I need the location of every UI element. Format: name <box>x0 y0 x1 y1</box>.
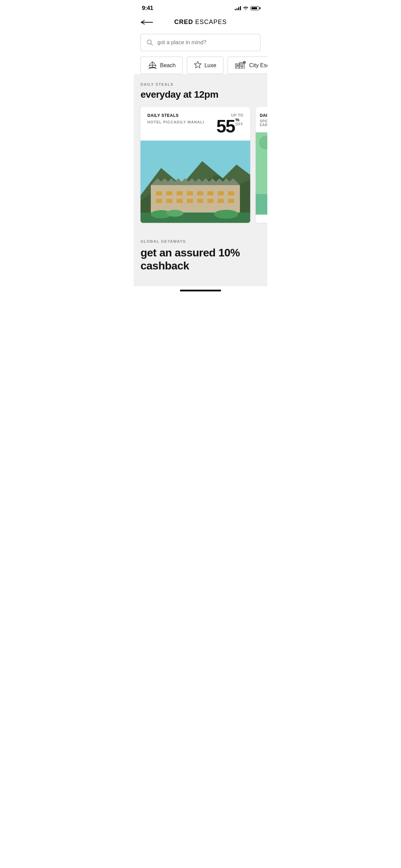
status-bar: 9:41 <box>134 0 267 14</box>
svg-rect-14 <box>241 67 243 69</box>
status-icons <box>235 6 259 10</box>
svg-rect-45 <box>197 199 203 203</box>
city-escapes-icon: 1 <box>235 61 246 70</box>
deal-card-1[interactable]: DAILY STEALS HOTEL PICCADILY MANALI UP T… <box>141 107 250 223</box>
header-title: CRED ESCAPES <box>174 19 227 26</box>
svg-rect-11 <box>242 63 243 64</box>
categories-row: Beach Luxe 1 Cit <box>134 57 267 74</box>
card-1-image <box>141 141 250 223</box>
svg-rect-39 <box>218 191 224 195</box>
card-1-info: DAILY STEALS HOTEL PICCADILY MANALI UP T… <box>141 107 250 141</box>
svg-rect-41 <box>156 199 162 203</box>
svg-rect-36 <box>187 191 193 195</box>
svg-line-2 <box>151 44 153 46</box>
search-box[interactable] <box>141 34 260 51</box>
svg-rect-40 <box>228 191 234 195</box>
global-getaways-section: GLOBAL GETAWAYS get an assured 10% cashb… <box>134 231 267 286</box>
home-indicator <box>180 290 221 291</box>
svg-rect-13 <box>242 65 243 67</box>
svg-marker-4 <box>194 61 201 68</box>
card-1-discount: UP TO 55 % OFF <box>216 113 243 135</box>
search-input[interactable] <box>157 39 255 46</box>
svg-rect-44 <box>187 199 193 203</box>
svg-rect-10 <box>241 63 242 64</box>
svg-rect-38 <box>207 191 214 195</box>
card-1-tag: DAILY STEALS <box>147 113 204 118</box>
svg-rect-37 <box>197 191 203 195</box>
card-1-text: DAILY STEALS HOTEL PICCADILY MANALI <box>147 113 204 124</box>
discount-symbol-group: % OFF <box>235 117 243 126</box>
svg-rect-56 <box>256 194 267 215</box>
search-icon <box>146 39 153 46</box>
category-luxe[interactable]: Luxe <box>187 57 223 74</box>
svg-text:1: 1 <box>244 61 245 63</box>
discount-number: 55 <box>216 117 235 135</box>
deals-cards-scroll[interactable]: DAILY STEALS HOTEL PICCADILY MANALI UP T… <box>134 107 267 231</box>
svg-rect-47 <box>218 199 224 203</box>
svg-rect-7 <box>238 65 239 66</box>
daily-steals-section: DAILY STEALS everyday at 12pm DAILY STEA… <box>134 74 267 231</box>
discount-off: OFF <box>235 122 243 126</box>
global-getaways-label: GLOBAL GETAWAYS <box>141 239 260 243</box>
status-time: 9:41 <box>142 5 153 12</box>
svg-rect-5 <box>235 64 240 69</box>
signal-icon <box>235 6 241 10</box>
bottom-bar <box>134 286 267 298</box>
card-1-hotel: HOTEL PICCADILY MANALI <box>147 120 204 124</box>
svg-rect-12 <box>241 65 242 67</box>
discount-percent: % <box>235 117 243 122</box>
beach-icon <box>148 61 157 70</box>
global-getaways-title: get an assured 10% cashback <box>141 246 260 273</box>
card-2-tag: DAILY <box>260 113 267 118</box>
svg-rect-35 <box>177 191 183 195</box>
svg-rect-43 <box>177 199 183 203</box>
svg-rect-6 <box>236 65 238 66</box>
daily-steals-label: DAILY STEALS <box>141 82 260 86</box>
wifi-icon <box>243 6 248 10</box>
deal-card-2[interactable]: DAILY SPICE EARTH <box>256 107 267 223</box>
svg-point-51 <box>166 210 183 217</box>
category-city-escapes[interactable]: 1 City Escapes <box>228 57 267 74</box>
svg-point-1 <box>147 40 151 44</box>
city-escapes-label: City Escapes <box>249 62 267 69</box>
battery-icon <box>251 6 259 10</box>
svg-rect-48 <box>228 199 234 203</box>
svg-rect-34 <box>166 191 172 195</box>
card-2-info: DAILY SPICE EARTH <box>256 107 267 132</box>
daily-steals-title: everyday at 12pm <box>141 89 260 100</box>
card-2-image <box>256 132 267 215</box>
svg-rect-46 <box>207 199 214 203</box>
search-container <box>134 31 267 57</box>
svg-rect-8 <box>236 67 239 69</box>
card-2-hotel: SPICE EARTH <box>260 119 267 127</box>
back-button[interactable] <box>141 20 153 25</box>
discount-row: 55 % OFF <box>216 117 243 135</box>
luxe-label: Luxe <box>204 62 216 69</box>
svg-point-52 <box>214 210 238 219</box>
luxe-icon <box>194 61 202 70</box>
category-beach[interactable]: Beach <box>141 57 183 74</box>
svg-rect-33 <box>156 191 162 195</box>
page-header: CRED ESCAPES <box>134 14 267 31</box>
svg-rect-42 <box>166 199 172 203</box>
beach-label: Beach <box>160 62 175 69</box>
